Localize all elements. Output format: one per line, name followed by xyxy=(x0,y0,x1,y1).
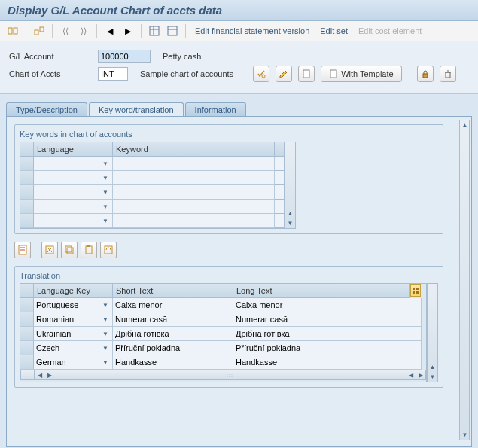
col-keyword[interactable]: Keyword xyxy=(113,142,275,157)
long-text-cell[interactable]: Příruční pokladna xyxy=(233,341,422,355)
table-sel-col[interactable] xyxy=(275,142,284,157)
dropdown-icon[interactable]: ▼ xyxy=(102,316,110,323)
scroll-up-icon[interactable]: ▲ xyxy=(460,120,470,130)
table-corner[interactable] xyxy=(20,142,34,157)
table-settings-icon[interactable] xyxy=(14,242,31,258)
row-selector[interactable] xyxy=(20,312,34,327)
toggle-display-icon[interactable] xyxy=(6,24,20,38)
lang-key-cell[interactable]: Ukrainian▼ xyxy=(34,327,113,341)
col-short-text[interactable]: Short Text xyxy=(113,284,233,298)
dropdown-icon[interactable]: ▼ xyxy=(102,302,110,309)
lang-key-cell[interactable]: Romanian▼ xyxy=(34,312,113,327)
keyword-cell[interactable] xyxy=(113,157,275,171)
layout2-icon[interactable] xyxy=(166,24,179,38)
row-selector[interactable] xyxy=(20,355,34,370)
table-config-icon[interactable] xyxy=(410,284,421,297)
col-language[interactable]: Language xyxy=(34,142,113,157)
lang-cell[interactable]: ▼ xyxy=(34,200,113,214)
scroll-up-icon[interactable]: ▲ xyxy=(285,209,295,218)
long-text-cell[interactable]: Numerar casă xyxy=(233,312,422,327)
short-text-cell[interactable]: Numerar casă xyxy=(113,312,233,327)
col-long-text[interactable]: Long Text xyxy=(233,284,410,298)
lang-key-cell[interactable]: Portuguese▼ xyxy=(34,298,113,312)
tab-keyword-translation[interactable]: Key word/translation xyxy=(89,102,184,117)
dropdown-icon[interactable]: ▼ xyxy=(102,218,110,224)
prev-icon[interactable]: ◀ xyxy=(103,24,117,38)
undo-icon[interactable] xyxy=(100,242,117,258)
short-text-cell[interactable]: Handkasse xyxy=(113,355,233,370)
with-template-button[interactable]: With Template xyxy=(321,66,402,82)
chart-accts-input[interactable] xyxy=(98,67,128,81)
row-selector[interactable] xyxy=(20,214,34,228)
dropdown-icon[interactable]: ▼ xyxy=(102,160,110,167)
layout1-icon[interactable] xyxy=(148,24,161,38)
lang-key-cell[interactable]: Czech▼ xyxy=(34,341,113,355)
row-selector[interactable] xyxy=(20,200,34,214)
lang-cell[interactable]: ▼ xyxy=(34,214,113,228)
prev-page-icon[interactable]: ⟨⟨ xyxy=(59,24,72,38)
paste-icon[interactable] xyxy=(81,242,97,258)
lang-cell[interactable]: ▼ xyxy=(34,157,113,171)
scroll-left-icon[interactable]: ◀ xyxy=(35,370,44,379)
gl-account-input[interactable] xyxy=(98,50,151,63)
row-selector[interactable] xyxy=(20,157,34,171)
next-page-icon[interactable]: ⟩⟩ xyxy=(77,24,90,38)
translation-scrollbar[interactable]: ▲ ▼ xyxy=(427,283,438,382)
row-selector[interactable] xyxy=(20,341,34,355)
cut-icon[interactable] xyxy=(41,242,58,258)
copy-icon[interactable] xyxy=(61,242,78,258)
keyword-cell[interactable] xyxy=(113,171,275,185)
svg-rect-1 xyxy=(14,28,17,34)
tab-information[interactable]: Information xyxy=(185,102,246,117)
page-scrollbar[interactable]: ▲ ▼ xyxy=(459,120,470,440)
keywords-table: Language Keyword ▼ ▼ xyxy=(20,142,285,229)
scroll-down-icon[interactable]: ▼ xyxy=(460,430,470,440)
translation-hscrollbar[interactable]: ◀ ▶ ::: ◀ ▶ xyxy=(20,370,426,380)
row-selector[interactable] xyxy=(20,185,34,200)
edit-set-link[interactable]: Edit set xyxy=(317,25,351,37)
row-selector[interactable] xyxy=(20,327,34,341)
dropdown-icon[interactable]: ▼ xyxy=(102,345,110,352)
scroll-down-icon[interactable]: ▼ xyxy=(285,218,295,228)
scroll-right-icon[interactable]: ▶ xyxy=(44,370,54,379)
separator xyxy=(96,24,97,38)
lock-button[interactable] xyxy=(417,66,434,82)
edit-fsv-link[interactable]: Edit financial statement version xyxy=(192,25,312,37)
scroll-right2-icon[interactable]: ▶ xyxy=(416,370,425,379)
dropdown-icon[interactable]: ▼ xyxy=(102,189,110,196)
short-text-cell[interactable]: Дрібна готівка xyxy=(113,327,233,341)
short-text-cell[interactable]: Caixa menor xyxy=(113,298,233,312)
keyword-cell[interactable] xyxy=(113,214,275,228)
translation-group-title: Translation xyxy=(20,271,438,280)
long-text-cell[interactable]: Caixa menor xyxy=(233,298,422,312)
lang-cell[interactable]: ▼ xyxy=(34,185,113,200)
dropdown-icon[interactable]: ▼ xyxy=(102,359,110,366)
keywords-scrollbar[interactable]: ▲ ▼ xyxy=(285,142,296,229)
table-corner[interactable] xyxy=(20,284,34,298)
dropdown-icon[interactable]: ▼ xyxy=(102,175,110,181)
next-icon[interactable]: ▶ xyxy=(121,24,135,38)
col-language-key[interactable]: Language Key xyxy=(34,284,113,298)
lang-cell[interactable]: ▼ xyxy=(34,171,113,185)
short-text-cell[interactable]: Příruční pokladna xyxy=(113,341,233,355)
check-button[interactable] xyxy=(253,66,269,82)
lang-key-cell[interactable]: German▼ xyxy=(34,355,113,370)
new-button[interactable] xyxy=(298,66,315,82)
dropdown-icon[interactable]: ▼ xyxy=(102,203,110,210)
keyword-cell[interactable] xyxy=(113,185,275,200)
row-selector[interactable] xyxy=(20,171,34,185)
long-text-cell[interactable]: Дрібна готівка xyxy=(233,327,422,341)
scroll-track[interactable]: ::: xyxy=(54,373,406,378)
tab-type-description[interactable]: Type/Description xyxy=(6,102,87,117)
long-text-cell[interactable]: Handkasse xyxy=(233,355,422,370)
scroll-up-icon[interactable]: ▲ xyxy=(428,362,437,372)
scroll-left2-icon[interactable]: ◀ xyxy=(406,370,416,379)
delete-button[interactable] xyxy=(440,66,456,82)
row-selector[interactable] xyxy=(20,298,34,312)
scroll-down-icon[interactable]: ▼ xyxy=(428,372,437,382)
dropdown-icon[interactable]: ▼ xyxy=(102,331,110,337)
other-account-icon[interactable] xyxy=(32,24,46,38)
gl-account-desc: Petty cash xyxy=(163,52,201,61)
keyword-cell[interactable] xyxy=(113,200,275,214)
edit-button[interactable] xyxy=(276,66,292,82)
